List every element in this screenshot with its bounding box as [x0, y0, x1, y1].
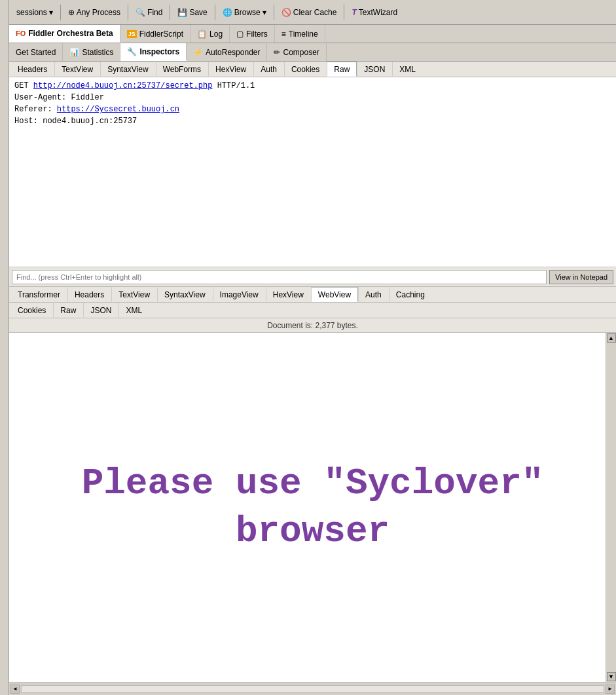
scroll-track-horizontal	[21, 685, 604, 693]
view-in-notepad-button[interactable]: View in Notepad	[549, 270, 613, 284]
resp-tab-headers[interactable]: Headers	[67, 287, 111, 302]
resp-tab-syntaxview[interactable]: SyntaxView	[157, 287, 212, 302]
textwizard-button[interactable]: T TextWizard	[347, 5, 402, 20]
any-process-button[interactable]: ⊕ Any Process	[63, 5, 125, 20]
req-tab-auth[interactable]: Auth	[253, 62, 284, 77]
webview-wrapper: Please use "Syclover"browser ▲ ▼ ◄ ►	[9, 333, 616, 695]
toolbar-separator-2	[128, 5, 128, 20]
tab-composer[interactable]: ✏ Composer	[267, 43, 326, 61]
webview-content-area: Please use "Syclover"browser	[9, 333, 616, 682]
req-tab-webforms[interactable]: WebForms	[156, 62, 208, 77]
sessions-dropdown[interactable]: sessions ▾	[12, 5, 58, 20]
http-method: GET	[14, 81, 29, 90]
host-label: Host:	[14, 117, 38, 126]
req-tab-syntaxview[interactable]: SyntaxView	[100, 62, 155, 77]
webview-message: Please use "Syclover"browser	[82, 460, 544, 555]
request-sub-tab-row: Headers TextView SyntaxView WebForms Hex…	[9, 62, 616, 77]
req-tab-hexview[interactable]: HexView	[208, 62, 253, 77]
toolbar-separator-1	[60, 5, 61, 20]
tab-fiddler-orchestra[interactable]: FO Fiddler Orchestra Beta	[9, 25, 120, 43]
composer-icon: ✏	[274, 48, 280, 57]
req-tab-json[interactable]: JSON	[357, 62, 392, 77]
req-tab-raw[interactable]: Raw	[327, 62, 357, 77]
browse-dropdown-icon: ▾	[263, 8, 266, 17]
fiddler-script-icon: JS	[127, 30, 137, 38]
req-tab-xml[interactable]: XML	[392, 62, 423, 77]
resp-tab-caching[interactable]: Caching	[389, 287, 432, 302]
autoresponder-icon: ⚡	[193, 48, 203, 57]
resp-tab-auth[interactable]: Auth	[358, 287, 389, 302]
document-info-bar: Document is: 2,377 bytes.	[9, 318, 616, 333]
tab-row-2: Get Started 📊 Statistics 🔧 Inspectors ⚡ …	[9, 43, 616, 62]
toolbar-separator-5	[274, 5, 274, 20]
toolbar-separator-4	[215, 5, 215, 20]
log-icon: 📋	[197, 29, 207, 39]
fiddler-orchestra-icon: FO	[16, 29, 26, 37]
any-process-icon: ⊕	[68, 8, 75, 17]
search-input[interactable]	[12, 270, 547, 284]
save-icon: 💾	[177, 8, 187, 17]
find-button[interactable]: 🔍 Find	[131, 5, 167, 20]
response-tab-row-2: Cookies Raw JSON XML	[9, 303, 616, 318]
referer-url[interactable]: https://Sycsecret.buuoj.cn	[57, 105, 179, 114]
search-bar: View in Notepad	[9, 267, 616, 287]
tab-row-1: FO Fiddler Orchestra Beta JS FiddlerScri…	[9, 25, 616, 43]
statistics-icon: 📊	[69, 48, 79, 57]
sessions-label: sessions	[16, 8, 47, 17]
user-agent-line: User-Agent: Fiddler	[14, 92, 611, 103]
user-agent-label: User-Agent:	[14, 93, 66, 102]
sessions-dropdown-icon: ▾	[49, 8, 53, 17]
scroll-up-arrow[interactable]: ▲	[607, 333, 616, 343]
scroll-left-arrow[interactable]: ◄	[10, 685, 20, 694]
toolbar-separator-6	[344, 5, 344, 20]
left-sidebar-bar	[0, 0, 9, 695]
vertical-scrollbar[interactable]: ▲ ▼	[606, 333, 616, 682]
tab-log[interactable]: 📋 Log	[190, 25, 230, 43]
scroll-down-arrow[interactable]: ▼	[607, 672, 616, 681]
find-icon: 🔍	[136, 8, 145, 17]
resp-tab-json[interactable]: JSON	[83, 303, 118, 318]
browse-icon: 🌐	[223, 8, 232, 17]
horizontal-scrollbar[interactable]: ◄ ►	[9, 682, 616, 695]
user-agent-value: Fiddler	[71, 93, 103, 102]
main-toolbar: sessions ▾ ⊕ Any Process 🔍 Find 💾 Save 🌐…	[9, 0, 616, 25]
inspectors-icon: 🔧	[127, 47, 137, 56]
resp-tab-raw[interactable]: Raw	[53, 303, 83, 318]
tab-get-started[interactable]: Get Started	[9, 43, 63, 61]
document-size-text: Document is: 2,377 bytes.	[267, 321, 358, 330]
resp-tab-transformer[interactable]: Transformer	[10, 287, 67, 302]
request-line: GET http://node4.buuoj.cn:25737/secret.p…	[14, 80, 611, 92]
referer-line: Referer: https://Sycsecret.buuoj.cn	[14, 103, 611, 115]
resp-tab-textview[interactable]: TextView	[111, 287, 157, 302]
clear-cache-button[interactable]: 🚫 Clear Cache	[277, 5, 342, 20]
req-tab-cookies[interactable]: Cookies	[284, 62, 327, 77]
response-tab-row-1: Transformer Headers TextView SyntaxView …	[9, 287, 616, 303]
req-tab-headers[interactable]: Headers	[10, 62, 54, 77]
tab-autoresponder[interactable]: ⚡ AutoResponder	[187, 43, 267, 61]
resp-tab-cookies[interactable]: Cookies	[10, 303, 53, 318]
scroll-right-arrow[interactable]: ►	[606, 685, 615, 694]
browse-button[interactable]: 🌐 Browse ▾	[218, 5, 271, 20]
filters-icon: ▢	[236, 29, 244, 39]
req-tab-textview[interactable]: TextView	[54, 62, 100, 77]
tab-inspectors[interactable]: 🔧 Inspectors	[120, 43, 187, 61]
clear-cache-icon: 🚫	[281, 8, 291, 17]
resp-tab-xml[interactable]: XML	[118, 303, 149, 318]
resp-tab-webview[interactable]: WebView	[311, 287, 358, 302]
http-protocol: HTTP/1.1	[217, 81, 255, 90]
resp-tab-hexview[interactable]: HexView	[266, 287, 311, 302]
tab-filters[interactable]: ▢ Filters	[230, 25, 275, 43]
tab-statistics[interactable]: 📊 Statistics	[63, 43, 120, 61]
resp-tab-imageview[interactable]: ImageView	[213, 287, 266, 302]
timeline-icon: ≡	[281, 29, 286, 39]
tab-fiddler-script[interactable]: JS FiddlerScript	[120, 25, 190, 43]
referer-label: Referer:	[14, 105, 52, 114]
textwizard-icon: T	[352, 8, 356, 17]
host-value: node4.buuoj.cn:25737	[43, 117, 137, 126]
tab-timeline[interactable]: ≡ Timeline	[275, 25, 325, 43]
request-content-area: GET http://node4.buuoj.cn:25737/secret.p…	[9, 77, 616, 267]
save-button[interactable]: 💾 Save	[173, 5, 211, 20]
toolbar-separator-3	[170, 5, 170, 20]
host-line: Host: node4.buuoj.cn:25737	[14, 115, 611, 127]
request-url[interactable]: http://node4.buuoj.cn:25737/secret.php	[33, 81, 213, 90]
